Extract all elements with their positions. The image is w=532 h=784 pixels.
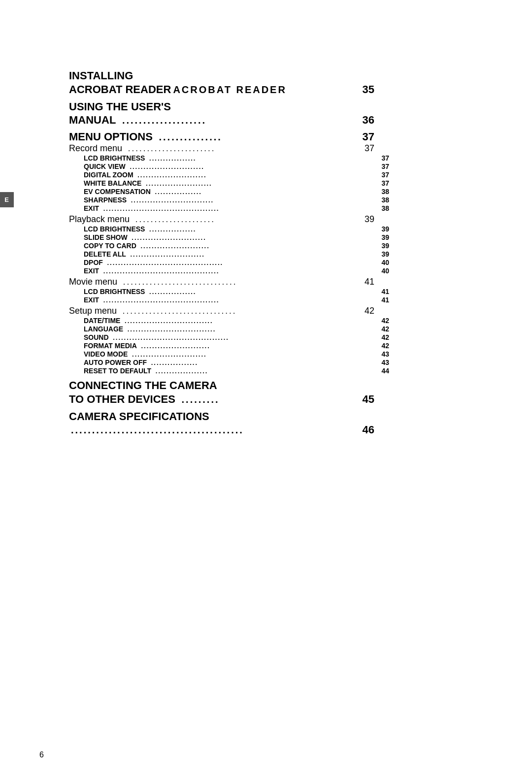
lcd-brightness-3-page: 41 [377, 288, 389, 295]
sidebar-tab-label: E [4, 196, 9, 203]
other-devices-dots: ......... [177, 394, 358, 405]
slide-show-dots: ........................... [129, 234, 375, 241]
exit-3-row: EXIT ...................................… [84, 296, 389, 304]
lcd-brightness-1-dots: ................. [146, 155, 375, 162]
delete-all-row: DELETE ALL ........................... 3… [84, 250, 389, 258]
white-balance-title: WHITE BALANCE [84, 179, 141, 187]
date-time-title: DATE/TIME [84, 317, 120, 325]
quick-view-title: QUICK VIEW [84, 163, 126, 170]
manual-title: MANUAL [69, 114, 116, 127]
lcd-brightness-1-title: LCD BRIGHTNESS [84, 154, 145, 162]
ev-compensation-page: 38 [377, 188, 389, 196]
playback-menu-row: Playback menu ..................... 39 [69, 214, 374, 225]
sharpness-row: SHARPNESS ..............................… [84, 196, 389, 204]
acrobat-reader-dots: ACROBAT READER [173, 84, 358, 96]
dpof-row: DPOF ...................................… [84, 259, 389, 266]
lcd-brightness-2-page: 39 [377, 225, 389, 233]
dpof-title: DPOF [84, 259, 103, 266]
playback-menu-title: Playback menu [69, 214, 130, 225]
record-menu-title: Record menu [69, 143, 122, 154]
acrobat-reader-page: 35 [360, 83, 374, 96]
ev-compensation-dots: ................. [152, 188, 375, 196]
date-time-dots: ................................ [122, 317, 375, 325]
digital-zoom-row: DIGITAL ZOOM ......................... 3… [84, 171, 389, 179]
exit-1-dots: ........................................… [100, 205, 375, 212]
setup-menu-section: Setup menu .............................… [69, 306, 374, 375]
other-devices-row: TO OTHER DEVICES ......... 45 [69, 393, 374, 406]
dpof-page: 40 [377, 259, 389, 266]
date-time-row: DATE/TIME ..............................… [84, 317, 389, 325]
video-mode-title: VIDEO MODE [84, 350, 128, 358]
lcd-brightness-2-title: LCD BRIGHTNESS [84, 225, 145, 233]
movie-menu-dots: .............................. [119, 277, 358, 287]
reset-to-default-title: RESET TO DEFAULT [84, 367, 151, 375]
exit-2-dots: ........................................… [100, 267, 375, 275]
menu-options-row: MENU OPTIONS ............... 37 [69, 131, 374, 143]
menu-options-page: 37 [360, 131, 374, 143]
slide-show-row: SLIDE SHOW ........................... 3… [84, 233, 389, 241]
delete-all-dots: ........................... [128, 251, 375, 258]
delete-all-page: 39 [377, 250, 389, 258]
lcd-brightness-3-dots: ................. [146, 288, 375, 295]
dpof-dots: ........................................… [104, 259, 375, 266]
setup-menu-title: Setup menu [69, 306, 117, 316]
white-balance-dots: ........................ [143, 180, 375, 187]
camera-spec-dots: ........................................… [71, 425, 358, 436]
exit-2-title: EXIT [84, 267, 99, 275]
copy-to-card-page: 39 [377, 242, 389, 250]
record-menu-page: 37 [360, 143, 374, 154]
other-devices-page: 45 [360, 393, 374, 406]
language-row: LANGUAGE ...............................… [84, 325, 389, 333]
language-title: LANGUAGE [84, 325, 123, 333]
quick-view-row: QUICK VIEW ........................... 3… [84, 163, 389, 170]
video-mode-dots: ........................... [129, 351, 375, 358]
auto-power-off-page: 43 [377, 359, 389, 366]
lcd-brightness-3-row: LCD BRIGHTNESS ................. 41 [84, 288, 389, 295]
record-menu-section: Record menu ....................... 37 L… [69, 143, 374, 212]
auto-power-off-row: AUTO POWER OFF ................. 43 [84, 359, 389, 366]
record-menu-row: Record menu ....................... 37 [69, 143, 374, 154]
format-media-page: 42 [377, 342, 389, 350]
video-mode-row: VIDEO MODE ........................... 4… [84, 350, 389, 358]
reset-to-default-row: RESET TO DEFAULT ................... 44 [84, 367, 389, 375]
exit-2-row: EXIT ...................................… [84, 267, 389, 275]
sidebar-tab: E [0, 192, 14, 207]
page-number-label: 6 [39, 751, 44, 759]
sharpness-dots: .............................. [128, 196, 375, 204]
lcd-brightness-2-dots: ................. [146, 226, 375, 233]
movie-menu-section: Movie menu .............................… [69, 277, 374, 304]
exit-3-dots: ........................................… [100, 296, 375, 304]
date-time-page: 42 [377, 317, 389, 325]
format-media-title: FORMAT MEDIA [84, 342, 137, 350]
movie-menu-row: Movie menu .............................… [69, 277, 374, 287]
toc-content: INSTALLING ACROBAT READER ACROBAT READER… [69, 69, 374, 436]
acrobat-reader-title: ACROBAT READER [69, 83, 171, 96]
digital-zoom-title: DIGITAL ZOOM [84, 171, 133, 179]
lcd-brightness-2-row: LCD BRIGHTNESS ................. 39 [84, 225, 389, 233]
exit-2-page: 40 [377, 267, 389, 275]
other-devices-title: TO OTHER DEVICES [69, 393, 175, 406]
copy-to-card-dots: ......................... [138, 242, 375, 250]
lcd-brightness-1-page: 37 [377, 154, 389, 162]
slide-show-page: 39 [377, 233, 389, 241]
camera-spec-title: CAMERA SPECIFICATIONS [69, 410, 374, 424]
delete-all-title: DELETE ALL [84, 250, 126, 258]
slide-show-title: SLIDE SHOW [84, 233, 128, 241]
digital-zoom-page: 37 [377, 171, 389, 179]
format-media-dots: ......................... [138, 342, 375, 350]
menu-options-dots: ............... [155, 131, 358, 143]
page-number: 6 [39, 751, 44, 759]
lcd-brightness-1-row: LCD BRIGHTNESS ................. 37 [84, 154, 389, 162]
manual-row: MANUAL .................... 36 [69, 114, 374, 127]
manual-page: 36 [360, 114, 374, 127]
setup-menu-dots: .............................. [119, 306, 358, 316]
language-page: 42 [377, 325, 389, 333]
using-manual-block: USING THE USER'S MANUAL ................… [69, 100, 374, 127]
sound-row: SOUND ..................................… [84, 333, 389, 341]
menu-options-block: MENU OPTIONS ............... 37 Record m… [69, 131, 374, 375]
movie-menu-page: 41 [360, 277, 374, 287]
digital-zoom-dots: ......................... [135, 171, 375, 179]
quick-view-dots: ........................... [127, 163, 375, 170]
copy-to-card-title: COPY TO CARD [84, 242, 136, 250]
acrobat-reader-row: ACROBAT READER ACROBAT READER 35 [69, 83, 374, 96]
